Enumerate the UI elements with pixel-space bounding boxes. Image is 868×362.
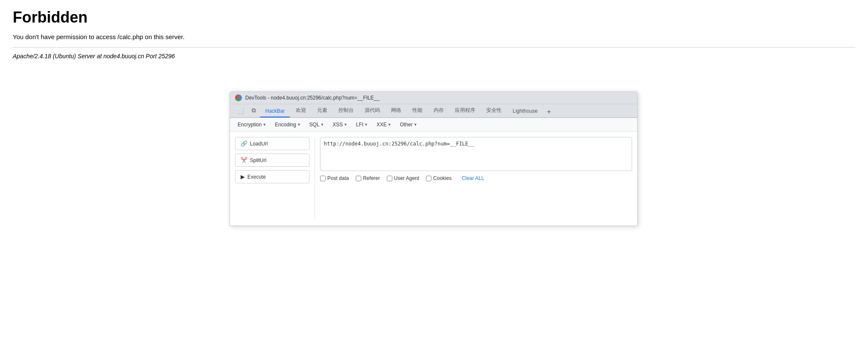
page-content: Forbidden You don't have permission to a… [0, 0, 868, 68]
forbidden-message: You don't have permission to access /cal… [13, 33, 855, 40]
forbidden-title: Forbidden [13, 9, 855, 26]
page-divider [13, 47, 855, 48]
server-info: Apache/2.4.18 (Ubuntu) Server at node4.b… [13, 53, 855, 60]
